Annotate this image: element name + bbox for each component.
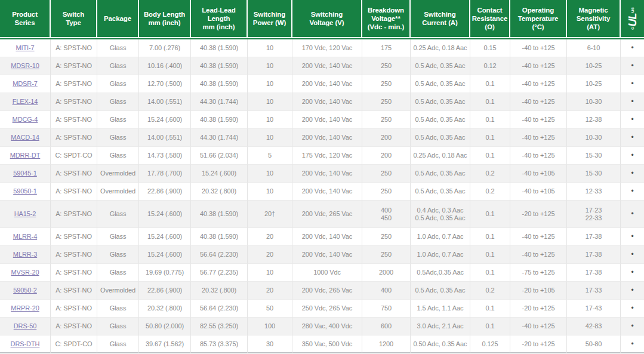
cell-breakdown-voltage: 200 — [362, 147, 411, 165]
cell-breakdown-voltage: 250 — [362, 228, 411, 246]
product-series-link[interactable]: DRS-50 — [14, 322, 37, 330]
product-series-link[interactable]: MITI-7 — [16, 44, 34, 51]
cell-switch-type: A: SPST-NO — [51, 111, 97, 129]
col-header-operating-temperature: Operating Temperature (°C) — [510, 0, 567, 38]
cell-operating-temperature: -20 to +125 — [510, 300, 567, 318]
cell-operating-temperature: -40 to +125 — [510, 246, 567, 264]
cell-switch-type: A: SPST-NO — [51, 300, 97, 318]
cell-product-series: FLEX-14 — [0, 93, 51, 111]
cell-contact-resistance: 0.1 — [470, 201, 510, 228]
cell-switching-current: 1.0 Adc, 0.7 Aac — [411, 228, 470, 246]
cell-package: Glass — [97, 129, 139, 147]
product-series-link[interactable]: MDSR-10 — [11, 62, 39, 69]
cell-switching-current: 0.5 Adc, 0.35 Aac — [411, 93, 470, 111]
product-series-link[interactable]: MRPR-20 — [11, 304, 39, 312]
cell-breakdown-voltage: 250 — [362, 57, 411, 75]
product-series-link[interactable]: MLRR-3 — [13, 251, 37, 258]
product-series-link[interactable]: 59045-1 — [13, 170, 37, 177]
col-header-switching-current: Switching Current (A) — [411, 0, 470, 38]
cell-package: Glass — [97, 300, 139, 318]
cell-lead-lead-length: 40.38 (1.590) — [191, 201, 248, 228]
cell-ul-listed-dot: • — [621, 165, 644, 183]
cell-package: Glass — [97, 57, 139, 75]
cell-product-series: MITI-7 — [0, 39, 51, 57]
cell-package: Glass — [97, 318, 139, 335]
col-header-body-length: Body Length mm (inch) — [139, 0, 191, 38]
table-body: MITI-7 A: SPST-NO Glass 7.00 (.276) 40.3… — [0, 38, 644, 353]
ul-mark-us-label: us — [628, 7, 637, 13]
cell-operating-temperature: -40 to +105 — [510, 165, 567, 183]
cell-body-length: 14.73 (.580) — [139, 147, 191, 165]
cell-ul-listed-dot: • — [621, 318, 644, 335]
cell-product-series: MDSR-7 — [0, 75, 51, 93]
product-series-link[interactable]: HA15-2 — [14, 210, 36, 217]
product-series-link[interactable]: 59050-1 — [13, 187, 37, 195]
cell-operating-temperature: -40 to +125 — [510, 39, 567, 57]
product-series-link[interactable]: FLEX-14 — [13, 98, 38, 105]
cell-contact-resistance: 0.1 — [470, 75, 510, 93]
cell-operating-temperature: -40 to +125 — [510, 75, 567, 93]
cell-magnetic-sensitivity: 17-33 — [567, 282, 621, 300]
product-series-link[interactable]: MLRR-4 — [13, 233, 37, 240]
product-series-link[interactable]: 59050-2 — [13, 287, 37, 294]
cell-contact-resistance: 0.2 — [470, 282, 510, 300]
cell-switching-voltage: 200 Vdc, 140 Vac — [292, 183, 362, 201]
cell-contact-resistance: 0.1 — [470, 228, 510, 246]
product-series-link[interactable]: MACD-14 — [11, 134, 39, 141]
cell-package: Glass — [97, 201, 139, 228]
cell-lead-lead-length: 40.38 (1.590) — [191, 75, 248, 93]
table-row: MDRR-DT C: SPDT-CO Glass 14.73 (.580) 51… — [0, 147, 644, 165]
table-row: MDCG-4 A: SPST-NO Glass 15.24 (.600) 40.… — [0, 111, 644, 129]
cell-switching-current: 0.5Adc,0.35 Aac — [411, 264, 470, 282]
cell-operating-temperature: -75 to +125 — [510, 264, 567, 282]
reed-switch-spec-page: Product Series Switch Type Package Body … — [0, 0, 644, 353]
cell-lead-lead-length: 44.30 (1.744) — [191, 93, 248, 111]
cell-switch-type: A: SPST-NO — [51, 264, 97, 282]
cell-switching-voltage: 200 Vdc, 140 Vac — [292, 228, 362, 246]
table-row: MACD-14 A: SPST-NO Glass 14.00 (.551) 44… — [0, 129, 644, 147]
cell-lead-lead-length: 40.38 (1.590) — [191, 57, 248, 75]
cell-switching-current: 0.5 Adc, 0.35 Aac — [411, 111, 470, 129]
cell-operating-temperature: -20 to +125 — [510, 201, 567, 228]
cell-contact-resistance: 0.15 — [470, 39, 510, 57]
product-series-link[interactable]: DRS-DTH — [11, 340, 40, 347]
cell-operating-temperature: -40 to +125 — [510, 318, 567, 335]
product-series-link[interactable]: MDCG-4 — [13, 116, 38, 123]
col-header-contact-resistance: Contact Resistance (Ω) — [470, 0, 510, 38]
cell-product-series: MDCG-4 — [0, 111, 51, 129]
cell-switch-type: A: SPST-NO — [51, 39, 97, 57]
table-row: MDSR-10 A: SPST-NO Glass 10.16 (.400) 40… — [0, 57, 644, 75]
cell-package: Glass — [97, 264, 139, 282]
cell-body-length: 12.70 (.500) — [139, 75, 191, 93]
cell-ul-listed-dot: • — [621, 93, 644, 111]
cell-package: Overmolded — [97, 183, 139, 201]
cell-switching-voltage: 280 Vac, 400 Vdc — [292, 318, 362, 335]
cell-switching-power: 10 — [248, 93, 292, 111]
cell-contact-resistance: 0.1 — [470, 318, 510, 335]
cell-ul-listed-dot: • — [621, 75, 644, 93]
cell-switching-current: 0.5 Adc, 0.35 Aac — [411, 282, 470, 300]
cell-breakdown-voltage: 600 — [362, 318, 411, 335]
cell-body-length: 39.67 (1.562) — [139, 335, 191, 353]
cell-package: Glass — [97, 147, 139, 165]
cell-switching-power: 20† — [248, 201, 292, 228]
cell-switch-type: A: SPST-NO — [51, 57, 97, 75]
cell-lead-lead-length: 85.73 (3.375) — [191, 335, 248, 353]
cell-ul-listed-dot: • — [621, 111, 644, 129]
cell-lead-lead-length: 56.64 (2.230) — [191, 246, 248, 264]
cell-switching-power: 30 — [248, 335, 292, 353]
product-series-link[interactable]: MDRR-DT — [10, 152, 41, 159]
cell-switching-voltage: 175 Vdc, 120 Vac — [292, 147, 362, 165]
table-row: 59045-1 A: SPST-NO Overmolded 17.78 (.70… — [0, 165, 644, 183]
cell-switch-type: A: SPST-NO — [51, 201, 97, 228]
cell-switching-voltage: 1000 Vdc — [292, 264, 362, 282]
product-series-link[interactable]: MVSR-20 — [11, 269, 39, 276]
cell-breakdown-voltage: 400 450 — [362, 201, 411, 228]
table-header: Product Series Switch Type Package Body … — [0, 0, 644, 38]
product-series-link[interactable]: MDSR-7 — [13, 80, 38, 87]
cell-body-length: 15.24 (.600) — [139, 201, 191, 228]
table-row: 59050-1 A: SPST-NO Overmolded 22.86 (.90… — [0, 183, 644, 201]
cell-contact-resistance: 0.1 — [470, 300, 510, 318]
cell-switch-type: C: SPDT-CO — [51, 147, 97, 165]
cell-breakdown-voltage: 250 — [362, 75, 411, 93]
